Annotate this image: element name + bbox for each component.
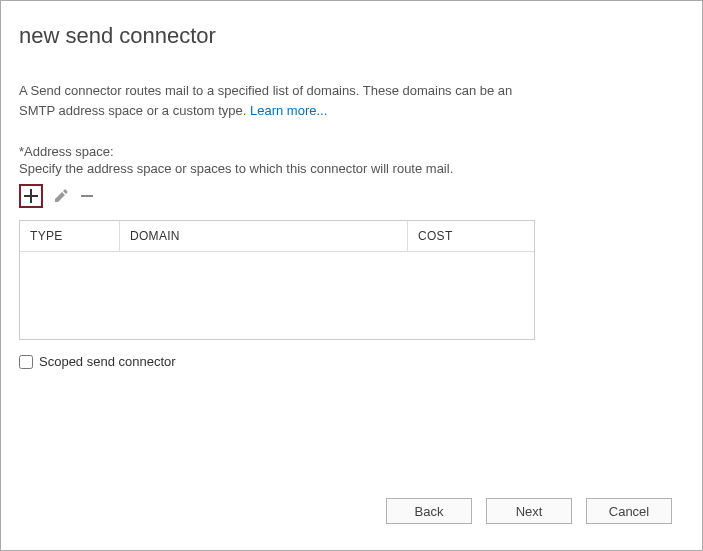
table-toolbar [19, 184, 684, 208]
table-header-row: TYPE DOMAIN COST [20, 221, 534, 251]
col-header-type[interactable]: TYPE [20, 221, 120, 251]
description-text: A Send connector routes mail to a specif… [19, 81, 539, 120]
scoped-checkbox-row[interactable]: Scoped send connector [19, 354, 684, 369]
add-icon[interactable] [23, 188, 39, 204]
address-space-table: TYPE DOMAIN COST [19, 220, 535, 340]
next-button[interactable]: Next [486, 498, 572, 524]
address-space-label: *Address space: [19, 144, 684, 159]
col-header-domain[interactable]: DOMAIN [120, 221, 408, 251]
cancel-button[interactable]: Cancel [586, 498, 672, 524]
table-body [20, 251, 534, 339]
scoped-checkbox-label: Scoped send connector [39, 354, 176, 369]
add-button-highlight [19, 184, 43, 208]
address-space-sub: Specify the address space or spaces to w… [19, 161, 684, 176]
remove-icon[interactable] [79, 188, 95, 204]
learn-more-link[interactable]: Learn more... [250, 103, 327, 118]
svg-rect-0 [81, 195, 93, 197]
edit-icon[interactable] [53, 188, 69, 204]
page-title: new send connector [19, 23, 684, 49]
scoped-checkbox[interactable] [19, 355, 33, 369]
back-button[interactable]: Back [386, 498, 472, 524]
col-header-cost[interactable]: COST [408, 221, 532, 251]
wizard-footer: Back Next Cancel [386, 498, 672, 524]
